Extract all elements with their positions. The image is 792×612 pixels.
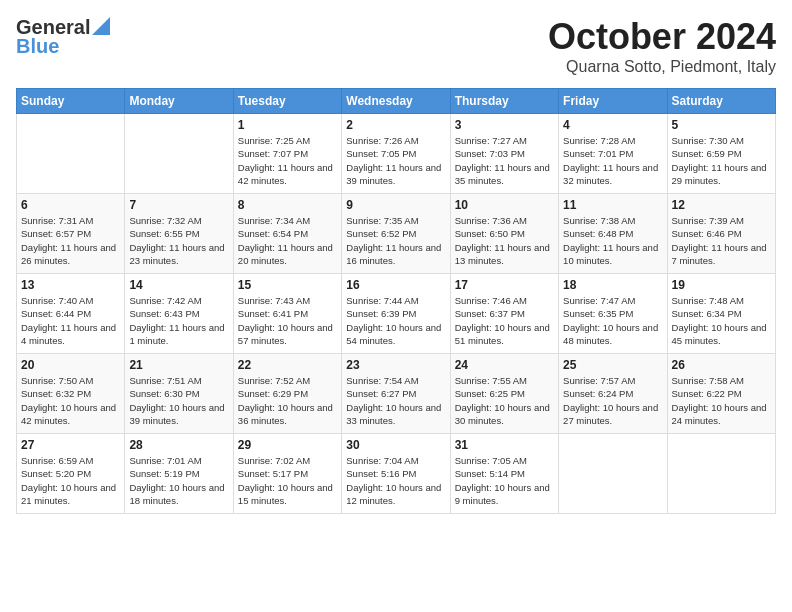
calendar-week-row: 27Sunrise: 6:59 AMSunset: 5:20 PMDayligh… [17,434,776,514]
day-number: 27 [21,438,120,452]
day-number: 16 [346,278,445,292]
day-number: 31 [455,438,554,452]
day-number: 22 [238,358,337,372]
day-number: 8 [238,198,337,212]
day-number: 11 [563,198,662,212]
calendar-week-row: 6Sunrise: 7:31 AMSunset: 6:57 PMDaylight… [17,194,776,274]
svg-marker-0 [92,17,110,35]
calendar-cell: 19Sunrise: 7:48 AMSunset: 6:34 PMDayligh… [667,274,775,354]
day-info: Sunrise: 7:57 AMSunset: 6:24 PMDaylight:… [563,374,662,427]
day-number: 23 [346,358,445,372]
calendar-cell: 29Sunrise: 7:02 AMSunset: 5:17 PMDayligh… [233,434,341,514]
day-number: 7 [129,198,228,212]
calendar-cell: 17Sunrise: 7:46 AMSunset: 6:37 PMDayligh… [450,274,558,354]
calendar-cell: 28Sunrise: 7:01 AMSunset: 5:19 PMDayligh… [125,434,233,514]
day-number: 1 [238,118,337,132]
day-number: 12 [672,198,771,212]
calendar-cell: 31Sunrise: 7:05 AMSunset: 5:14 PMDayligh… [450,434,558,514]
calendar-cell: 22Sunrise: 7:52 AMSunset: 6:29 PMDayligh… [233,354,341,434]
calendar-cell: 23Sunrise: 7:54 AMSunset: 6:27 PMDayligh… [342,354,450,434]
page-title: October 2024 [548,16,776,58]
day-number: 19 [672,278,771,292]
title-block: October 2024 Quarna Sotto, Piedmont, Ita… [548,16,776,76]
calendar-week-row: 20Sunrise: 7:50 AMSunset: 6:32 PMDayligh… [17,354,776,434]
logo-arrow-icon [92,17,110,35]
day-info: Sunrise: 7:42 AMSunset: 6:43 PMDaylight:… [129,294,228,347]
calendar-cell: 13Sunrise: 7:40 AMSunset: 6:44 PMDayligh… [17,274,125,354]
day-info: Sunrise: 7:02 AMSunset: 5:17 PMDaylight:… [238,454,337,507]
calendar-cell: 27Sunrise: 6:59 AMSunset: 5:20 PMDayligh… [17,434,125,514]
day-info: Sunrise: 7:58 AMSunset: 6:22 PMDaylight:… [672,374,771,427]
day-info: Sunrise: 7:38 AMSunset: 6:48 PMDaylight:… [563,214,662,267]
calendar-cell: 10Sunrise: 7:36 AMSunset: 6:50 PMDayligh… [450,194,558,274]
day-info: Sunrise: 7:04 AMSunset: 5:16 PMDaylight:… [346,454,445,507]
page-subtitle: Quarna Sotto, Piedmont, Italy [548,58,776,76]
day-number: 9 [346,198,445,212]
calendar-cell: 4Sunrise: 7:28 AMSunset: 7:01 PMDaylight… [559,114,667,194]
day-info: Sunrise: 7:50 AMSunset: 6:32 PMDaylight:… [21,374,120,427]
day-number: 6 [21,198,120,212]
day-number: 17 [455,278,554,292]
day-info: Sunrise: 7:32 AMSunset: 6:55 PMDaylight:… [129,214,228,267]
calendar-cell: 26Sunrise: 7:58 AMSunset: 6:22 PMDayligh… [667,354,775,434]
day-info: Sunrise: 7:55 AMSunset: 6:25 PMDaylight:… [455,374,554,427]
header-friday: Friday [559,89,667,114]
day-info: Sunrise: 7:01 AMSunset: 5:19 PMDaylight:… [129,454,228,507]
day-info: Sunrise: 7:36 AMSunset: 6:50 PMDaylight:… [455,214,554,267]
calendar-cell: 6Sunrise: 7:31 AMSunset: 6:57 PMDaylight… [17,194,125,274]
calendar-cell: 25Sunrise: 7:57 AMSunset: 6:24 PMDayligh… [559,354,667,434]
calendar-cell: 21Sunrise: 7:51 AMSunset: 6:30 PMDayligh… [125,354,233,434]
calendar-cell: 7Sunrise: 7:32 AMSunset: 6:55 PMDaylight… [125,194,233,274]
day-info: Sunrise: 7:43 AMSunset: 6:41 PMDaylight:… [238,294,337,347]
day-number: 20 [21,358,120,372]
header-wednesday: Wednesday [342,89,450,114]
day-info: Sunrise: 7:52 AMSunset: 6:29 PMDaylight:… [238,374,337,427]
day-info: Sunrise: 7:05 AMSunset: 5:14 PMDaylight:… [455,454,554,507]
calendar-header-row: SundayMondayTuesdayWednesdayThursdayFrid… [17,89,776,114]
calendar-cell [559,434,667,514]
calendar-cell: 24Sunrise: 7:55 AMSunset: 6:25 PMDayligh… [450,354,558,434]
calendar-cell: 16Sunrise: 7:44 AMSunset: 6:39 PMDayligh… [342,274,450,354]
day-number: 25 [563,358,662,372]
day-number: 14 [129,278,228,292]
day-info: Sunrise: 7:51 AMSunset: 6:30 PMDaylight:… [129,374,228,427]
day-number: 26 [672,358,771,372]
day-info: Sunrise: 7:46 AMSunset: 6:37 PMDaylight:… [455,294,554,347]
day-info: Sunrise: 6:59 AMSunset: 5:20 PMDaylight:… [21,454,120,507]
calendar-week-row: 1Sunrise: 7:25 AMSunset: 7:07 PMDaylight… [17,114,776,194]
header-sunday: Sunday [17,89,125,114]
day-info: Sunrise: 7:27 AMSunset: 7:03 PMDaylight:… [455,134,554,187]
calendar-table: SundayMondayTuesdayWednesdayThursdayFrid… [16,88,776,514]
day-number: 10 [455,198,554,212]
day-number: 13 [21,278,120,292]
calendar-cell: 15Sunrise: 7:43 AMSunset: 6:41 PMDayligh… [233,274,341,354]
calendar-cell: 20Sunrise: 7:50 AMSunset: 6:32 PMDayligh… [17,354,125,434]
header-monday: Monday [125,89,233,114]
header-tuesday: Tuesday [233,89,341,114]
calendar-cell [125,114,233,194]
day-number: 3 [455,118,554,132]
day-info: Sunrise: 7:34 AMSunset: 6:54 PMDaylight:… [238,214,337,267]
calendar-cell: 12Sunrise: 7:39 AMSunset: 6:46 PMDayligh… [667,194,775,274]
day-info: Sunrise: 7:26 AMSunset: 7:05 PMDaylight:… [346,134,445,187]
header-thursday: Thursday [450,89,558,114]
day-number: 29 [238,438,337,452]
day-info: Sunrise: 7:39 AMSunset: 6:46 PMDaylight:… [672,214,771,267]
day-info: Sunrise: 7:44 AMSunset: 6:39 PMDaylight:… [346,294,445,347]
day-info: Sunrise: 7:54 AMSunset: 6:27 PMDaylight:… [346,374,445,427]
header-saturday: Saturday [667,89,775,114]
day-number: 2 [346,118,445,132]
day-number: 4 [563,118,662,132]
calendar-cell: 14Sunrise: 7:42 AMSunset: 6:43 PMDayligh… [125,274,233,354]
calendar-cell: 5Sunrise: 7:30 AMSunset: 6:59 PMDaylight… [667,114,775,194]
calendar-cell [17,114,125,194]
calendar-cell: 9Sunrise: 7:35 AMSunset: 6:52 PMDaylight… [342,194,450,274]
day-info: Sunrise: 7:30 AMSunset: 6:59 PMDaylight:… [672,134,771,187]
day-info: Sunrise: 7:40 AMSunset: 6:44 PMDaylight:… [21,294,120,347]
calendar-cell: 3Sunrise: 7:27 AMSunset: 7:03 PMDaylight… [450,114,558,194]
day-info: Sunrise: 7:48 AMSunset: 6:34 PMDaylight:… [672,294,771,347]
calendar-cell: 8Sunrise: 7:34 AMSunset: 6:54 PMDaylight… [233,194,341,274]
day-info: Sunrise: 7:47 AMSunset: 6:35 PMDaylight:… [563,294,662,347]
day-info: Sunrise: 7:28 AMSunset: 7:01 PMDaylight:… [563,134,662,187]
calendar-cell: 11Sunrise: 7:38 AMSunset: 6:48 PMDayligh… [559,194,667,274]
